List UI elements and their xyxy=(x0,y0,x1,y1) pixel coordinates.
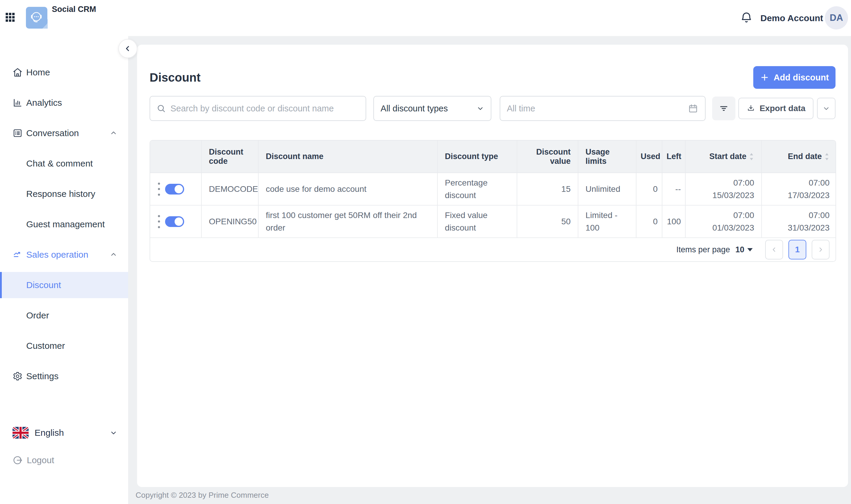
column-header-controls xyxy=(150,141,201,173)
title-row: Discount Add discount xyxy=(149,66,835,89)
app-logo[interactable] xyxy=(25,6,48,29)
row-menu-icon[interactable] xyxy=(157,183,160,196)
app-root: Social CRM Demo Account DA Home Analyt xyxy=(0,0,851,504)
sort-icon xyxy=(749,152,754,161)
uk-flag-icon xyxy=(13,427,29,439)
cell-discount-code: OPENING50 xyxy=(201,205,258,238)
sidebar-item-chat-comment[interactable]: Chat & comment xyxy=(0,150,128,177)
column-header-end-date[interactable]: End date xyxy=(762,141,836,173)
export-options-button[interactable] xyxy=(817,98,835,119)
sidebar-item-response-history[interactable]: Response history xyxy=(0,181,128,207)
sidebar-collapse-button[interactable] xyxy=(118,39,137,58)
search-box xyxy=(149,96,366,121)
sidebar-item-sales-operation[interactable]: Sales operation xyxy=(0,241,128,268)
sidebar-item-label: Chat & comment xyxy=(26,159,93,168)
sidebar-item-label: Analytics xyxy=(26,98,62,108)
language-selector[interactable]: English xyxy=(0,421,128,445)
main-content: Discount Add discount All discount types… xyxy=(128,36,851,504)
bell-icon[interactable] xyxy=(740,11,753,24)
items-per-page-label: Items per page xyxy=(676,245,730,254)
row-menu-icon[interactable] xyxy=(157,215,160,228)
add-discount-button[interactable]: Add discount xyxy=(753,66,835,89)
logout-button[interactable]: Logout xyxy=(0,449,128,472)
copyright-text: Copyright © 2023 by Prime Commerce xyxy=(136,491,269,500)
end-time: 07:00 xyxy=(769,177,830,189)
cell-start-date: 07:00 15/03/2023 xyxy=(685,173,762,205)
sidebar-item-customer[interactable]: Customer xyxy=(0,333,128,359)
chevron-up-icon xyxy=(110,129,118,137)
trend-icon xyxy=(13,250,23,260)
end-date: 17/03/2023 xyxy=(769,189,830,202)
filter-row: All discount types All time Export data xyxy=(149,96,835,121)
search-input[interactable] xyxy=(171,104,360,113)
logout-label: Logout xyxy=(27,455,54,465)
pagination: Items per page 10 1 xyxy=(150,238,835,261)
caret-down-icon xyxy=(747,248,753,251)
sidebar-item-home[interactable]: Home xyxy=(0,59,128,86)
filter-button[interactable] xyxy=(712,96,735,120)
apps-grid-icon[interactable] xyxy=(6,13,15,22)
conversation-icon xyxy=(13,128,23,138)
sidebar-item-analytics[interactable]: Analytics xyxy=(0,90,128,116)
sidebar-item-label: Conversation xyxy=(26,128,79,138)
previous-page-button[interactable] xyxy=(765,240,783,259)
column-header-start-date[interactable]: Start date xyxy=(685,141,762,173)
avatar[interactable]: DA xyxy=(825,6,848,30)
logout-icon xyxy=(13,455,23,465)
next-page-button[interactable] xyxy=(812,240,830,259)
sidebar-item-settings[interactable]: Settings xyxy=(0,363,128,389)
language-label: English xyxy=(35,428,64,438)
column-header-discount-name: Discount name xyxy=(258,141,438,173)
page-1-button[interactable]: 1 xyxy=(788,240,806,259)
sidebar-item-discount[interactable]: Discount xyxy=(0,272,128,298)
date-range-filter[interactable]: All time xyxy=(500,96,706,121)
app-title: Social CRM xyxy=(52,5,96,14)
start-time: 07:00 xyxy=(693,209,754,222)
column-header-discount-type: Discount type xyxy=(438,141,517,173)
start-date: 15/03/2023 xyxy=(693,189,754,202)
home-icon xyxy=(13,67,23,77)
date-range-placeholder: All time xyxy=(507,104,535,113)
column-header-discount-code: Discount code xyxy=(201,141,258,173)
gear-icon xyxy=(13,371,23,381)
page-title: Discount xyxy=(149,71,200,84)
sidebar-item-guest-management[interactable]: Guest management xyxy=(0,211,128,237)
cell-start-date: 07:00 01/03/2023 xyxy=(685,205,762,238)
sidebar-item-label: Order xyxy=(26,310,49,321)
row-enabled-toggle[interactable] xyxy=(165,216,184,227)
plus-icon xyxy=(760,73,769,82)
chevron-right-icon xyxy=(817,246,824,253)
export-data-button[interactable]: Export data xyxy=(738,98,813,119)
calendar-icon xyxy=(688,103,698,114)
chevron-down-icon xyxy=(822,105,830,112)
column-header-label: End date xyxy=(788,152,822,161)
sidebar-item-order[interactable]: Order xyxy=(0,302,128,328)
sidebar-nav: Home Analytics Conversation Chat & comme… xyxy=(0,36,128,389)
column-header-left: Left xyxy=(662,141,685,173)
column-header-used: Used xyxy=(636,141,662,173)
add-discount-label: Add discount xyxy=(774,73,829,83)
sidebar-item-label: Sales operation xyxy=(26,250,88,260)
table-header-row: Discount code Discount name Discount typ… xyxy=(150,141,836,173)
cell-left: 100 xyxy=(662,205,685,238)
sidebar: Home Analytics Conversation Chat & comme… xyxy=(0,36,128,504)
row-enabled-toggle[interactable] xyxy=(165,184,184,195)
cell-discount-value: 15 xyxy=(517,173,578,205)
sidebar-item-label: Settings xyxy=(26,371,58,381)
start-time: 07:00 xyxy=(693,177,754,189)
start-date: 01/03/2023 xyxy=(693,222,754,234)
cell-discount-value: 50 xyxy=(517,205,578,238)
cell-discount-name: code use for demo account xyxy=(258,173,438,205)
cell-discount-type: Percentage discount xyxy=(438,173,517,205)
discount-type-filter[interactable]: All discount types xyxy=(373,96,491,121)
cell-end-date: 07:00 17/03/2023 xyxy=(762,173,836,205)
cell-used: 0 xyxy=(636,173,662,205)
account-name[interactable]: Demo Account xyxy=(760,13,823,23)
sidebar-item-conversation[interactable]: Conversation xyxy=(0,120,128,146)
column-header-usage-limits: Usage limits xyxy=(578,141,636,173)
items-per-page-select[interactable]: 10 xyxy=(735,245,753,254)
filter-icon xyxy=(719,103,729,114)
cell-used: 0 xyxy=(636,205,662,238)
chevron-down-icon xyxy=(110,429,118,437)
cell-discount-name: first 100 customer get 50RM off their 2n… xyxy=(258,205,438,238)
